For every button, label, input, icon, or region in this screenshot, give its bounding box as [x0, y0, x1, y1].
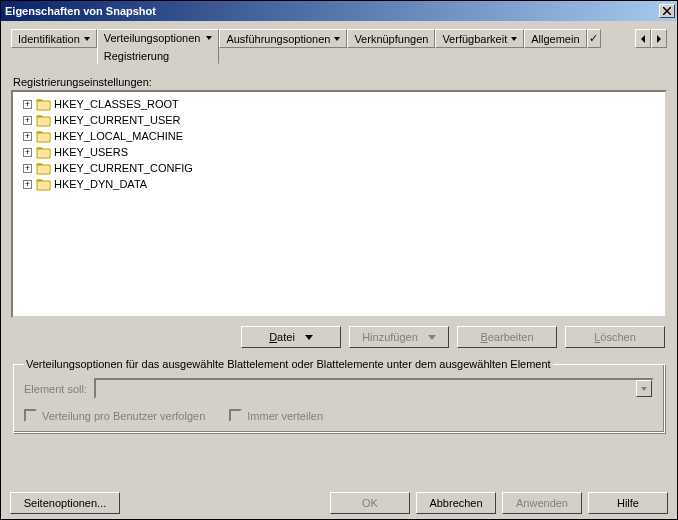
- btn-label: öschen: [600, 331, 635, 343]
- tree-node[interactable]: +HKEY_CURRENT_USER: [17, 112, 661, 128]
- close-button[interactable]: [659, 4, 675, 18]
- tab-label: Verfügbarkeit: [442, 33, 507, 45]
- tab-identifikation[interactable]: Identifikation: [11, 29, 97, 48]
- tree-node[interactable]: +HKEY_CURRENT_CONFIG: [17, 160, 661, 176]
- tree-node-label: HKEY_CURRENT_USER: [54, 114, 181, 126]
- tab-ausfuehrungsoptionen[interactable]: Ausführungsoptionen: [219, 29, 347, 48]
- arrow-left-icon: [641, 35, 645, 43]
- window-title: Eigenschaften von Snapshot: [5, 5, 657, 17]
- expand-icon[interactable]: +: [23, 100, 32, 109]
- dialog-footer: Seitenoptionen... OK Abbrechen Anwenden …: [10, 492, 668, 514]
- group-legend: Verteilungsoptionen für das ausgewählte …: [24, 358, 553, 370]
- loeschen-button[interactable]: Löschen: [565, 326, 665, 348]
- tab-scroll-right[interactable]: [651, 29, 667, 48]
- btn-label: earbeiten: [488, 331, 534, 343]
- distribution-options-group: Verteilungsoptionen für das ausgewählte …: [13, 358, 665, 433]
- chevron-down-icon: [84, 37, 90, 41]
- folder-icon: [36, 162, 50, 174]
- ok-button[interactable]: OK: [330, 492, 410, 514]
- element-soll-combo[interactable]: [94, 378, 654, 399]
- btn-label: atei: [277, 331, 295, 343]
- tabstrip: Identifikation Verteilungsoptionen Regis…: [11, 29, 667, 64]
- folder-icon: [36, 130, 50, 142]
- tab-verteilungsoptionen[interactable]: Verteilungsoptionen Registrierung: [97, 29, 220, 64]
- btn-label: Hinzufügen: [362, 331, 418, 343]
- combo-dropdown-button[interactable]: [636, 380, 652, 397]
- chk-immer-verteilen[interactable]: Immer verteilen: [229, 409, 323, 422]
- expand-icon[interactable]: +: [23, 132, 32, 141]
- tree-node-label: HKEY_LOCAL_MACHINE: [54, 130, 183, 142]
- tree-node-label: HKEY_CLASSES_ROOT: [54, 98, 179, 110]
- tab-label: Verteilungsoptionen: [104, 32, 201, 44]
- chevron-down-icon: [511, 37, 517, 41]
- expand-icon[interactable]: +: [23, 164, 32, 173]
- hilfe-button[interactable]: Hilfe: [588, 492, 668, 514]
- element-soll-label: Element soll:: [24, 383, 88, 395]
- chevron-down-icon: [334, 37, 340, 41]
- tree-node-label: HKEY_CURRENT_CONFIG: [54, 162, 193, 174]
- anwenden-button[interactable]: Anwenden: [502, 492, 582, 514]
- btn-label: Hilfe: [617, 497, 639, 509]
- expand-icon[interactable]: +: [23, 116, 32, 125]
- titlebar: Eigenschaften von Snapshot: [1, 1, 677, 21]
- tab-verfuegbarkeit[interactable]: Verfügbarkeit: [435, 29, 524, 48]
- content-area: Identifikation Verteilungsoptionen Regis…: [1, 21, 677, 439]
- section-label: Registrierungseinstellungen:: [13, 76, 667, 88]
- btn-label: Abbrechen: [429, 497, 482, 509]
- tab-allgemein[interactable]: Allgemein: [524, 29, 586, 48]
- folder-icon: [36, 146, 50, 158]
- tab-label: Allgemein: [531, 33, 579, 45]
- tree-node-label: HKEY_USERS: [54, 146, 128, 158]
- chevron-down-icon: [428, 335, 436, 340]
- tab-overflow[interactable]: ✓: [587, 29, 601, 48]
- tree-node-label: HKEY_DYN_DATA: [54, 178, 147, 190]
- folder-icon: [36, 114, 50, 126]
- abbrechen-button[interactable]: Abbrechen: [416, 492, 496, 514]
- tab-label: Identifikation: [18, 33, 80, 45]
- chk-label: Immer verteilen: [247, 410, 323, 422]
- folder-icon: [36, 98, 50, 110]
- btn-label: eitenoptionen...: [31, 497, 106, 509]
- tab-label: Verknüpfungen: [354, 33, 428, 45]
- chk-verteilung-pro-benutzer[interactable]: Verteilung pro Benutzer verfolgen: [24, 409, 205, 422]
- checkbox-icon: [229, 409, 242, 422]
- checkbox-icon: [24, 409, 37, 422]
- tree-node[interactable]: +HKEY_LOCAL_MACHINE: [17, 128, 661, 144]
- datei-button[interactable]: Datei: [241, 326, 341, 348]
- tab-scroll-left[interactable]: [635, 29, 651, 48]
- chk-label: Verteilung pro Benutzer verfolgen: [42, 410, 205, 422]
- arrow-right-icon: [657, 35, 661, 43]
- hinzufuegen-button[interactable]: Hinzufügen: [349, 326, 449, 348]
- registry-tree[interactable]: +HKEY_CLASSES_ROOT+HKEY_CURRENT_USER+HKE…: [11, 90, 667, 318]
- btn-label: OK: [362, 497, 378, 509]
- action-buttons: Datei Hinzufügen Bearbeiten Löschen: [11, 326, 665, 348]
- chevron-down-icon: [206, 36, 212, 40]
- tree-node[interactable]: +HKEY_CLASSES_ROOT: [17, 96, 661, 112]
- check-icon: ✓: [589, 32, 598, 45]
- tab-label: Ausführungsoptionen: [226, 33, 330, 45]
- tab-verknuepfungen[interactable]: Verknüpfungen: [347, 29, 435, 48]
- expand-icon[interactable]: +: [23, 180, 32, 189]
- tree-node[interactable]: +HKEY_USERS: [17, 144, 661, 160]
- expand-icon[interactable]: +: [23, 148, 32, 157]
- chevron-down-icon: [641, 387, 647, 391]
- chevron-down-icon: [305, 335, 313, 340]
- tab-sublabel: Registrierung: [104, 50, 169, 62]
- tree-node[interactable]: +HKEY_DYN_DATA: [17, 176, 661, 192]
- folder-icon: [36, 178, 50, 190]
- bearbeiten-button[interactable]: Bearbeiten: [457, 326, 557, 348]
- seitenoptionen-button[interactable]: Seitenoptionen...: [10, 492, 120, 514]
- btn-label: Anwenden: [516, 497, 568, 509]
